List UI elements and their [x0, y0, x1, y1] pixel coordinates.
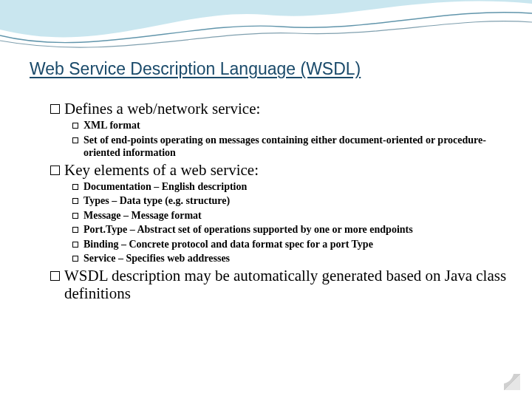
bullet-box-icon	[72, 227, 78, 233]
list-item-text: Types – Data type (e.g. structure)	[83, 194, 510, 208]
list-item: Set of end-points operating on messages …	[72, 134, 510, 160]
section-heading: WSDL description may be automatically ge…	[50, 267, 510, 302]
list-item-text: Documentation – English description	[83, 180, 510, 194]
list-item-text: Set of end-points operating on messages …	[83, 134, 510, 160]
bullet-box-icon	[72, 256, 78, 262]
section-1: Defines a web/network service:	[50, 100, 510, 117]
page-title: Web Service Description Language (WSDL)	[30, 59, 510, 79]
section-heading: Defines a web/network service:	[50, 100, 510, 117]
section-heading-text: Key elements of a web service:	[64, 161, 259, 179]
header-wave-decoration	[0, 0, 532, 59]
list-item: Binding – Concrete protocol and data for…	[72, 238, 510, 251]
section-heading: Key elements of a web service:	[50, 161, 510, 179]
list-item-text: Service – Specifies web addresses	[83, 252, 510, 265]
list-item: Service – Specifies web addresses	[72, 252, 510, 265]
list-item: Types – Data type (e.g. structure)	[72, 194, 510, 208]
section-2: Key elements of a web service:	[50, 161, 510, 179]
list-item-text: XML format	[83, 119, 510, 132]
list-item-text: Message – Message format	[83, 209, 510, 222]
list-item: Port.Type – Abstract set of operations s…	[72, 223, 510, 236]
bullet-box-icon	[72, 137, 78, 143]
list-item-text: Binding – Concrete protocol and data for…	[83, 238, 510, 251]
bullet-box-icon	[50, 271, 60, 281]
bullet-box-icon	[50, 166, 60, 175]
list-item-text: Port.Type – Abstract set of operations s…	[83, 223, 510, 236]
slide-content: Web Service Description Language (WSDL) …	[30, 59, 510, 304]
list-item: Documentation – English description	[72, 180, 510, 194]
bullet-box-icon	[72, 184, 78, 190]
section-3: WSDL description may be automatically ge…	[50, 267, 510, 302]
section-heading-text: WSDL description may be automatically ge…	[64, 267, 510, 302]
page-curl-icon	[504, 374, 520, 390]
bullet-box-icon	[72, 123, 78, 129]
bullet-box-icon	[50, 104, 60, 114]
bullet-box-icon	[72, 198, 78, 204]
list-item: XML format	[72, 119, 510, 132]
body-text: Defines a web/network service: XML forma…	[30, 100, 510, 302]
section-heading-text: Defines a web/network service:	[64, 100, 260, 117]
list-item: Message – Message format	[72, 209, 510, 222]
bullet-box-icon	[72, 242, 78, 248]
bullet-box-icon	[72, 213, 78, 219]
